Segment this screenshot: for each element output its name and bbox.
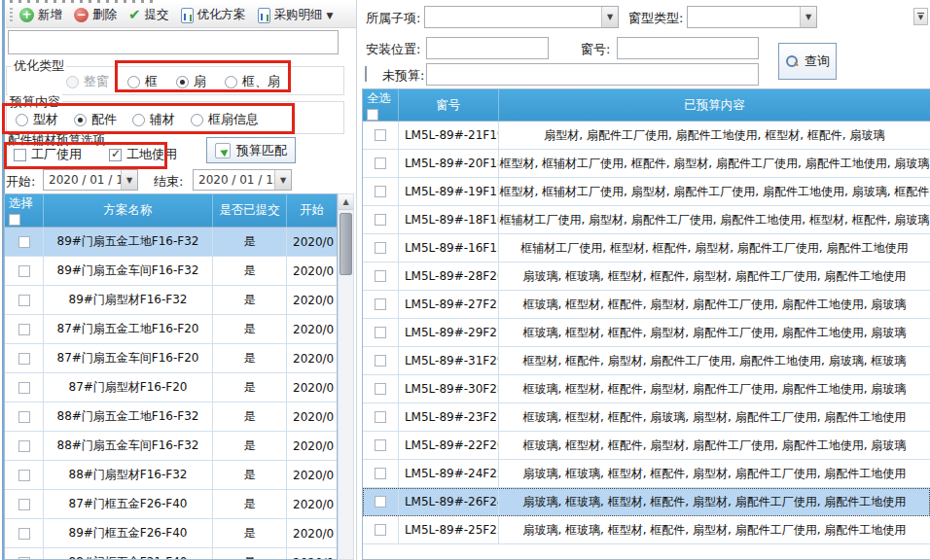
- radio-option-扇[interactable]: 扇: [176, 73, 206, 90]
- date-end-picker[interactable]: 2020 / 01 / 13 ▼: [193, 169, 292, 191]
- row-checkbox[interactable]: [18, 236, 30, 248]
- budget-match-button[interactable]: 预算匹配: [206, 137, 296, 163]
- row-checkbox[interactable]: [375, 496, 386, 508]
- window-table-row[interactable]: LM5L-89#-29F27框玻璃, 框型材, 框配件, 扇型材, 扇配件工厂使…: [363, 319, 930, 347]
- row-checkbox[interactable]: [375, 355, 386, 367]
- plan-table-row[interactable]: 87#门框五金F26-F40是2020/0: [5, 490, 337, 519]
- row-checkbox[interactable]: [18, 265, 30, 277]
- plan-name-header[interactable]: 方案名称: [44, 194, 213, 227]
- row-checkbox[interactable]: [375, 214, 386, 226]
- radio-icon[interactable]: [225, 76, 237, 88]
- row-checkbox[interactable]: [375, 270, 386, 282]
- window-table-row[interactable]: LM5L-89#-27F25框玻璃, 框型材, 框配件, 扇型材, 扇配件工厂使…: [363, 291, 930, 319]
- radio-icon[interactable]: [74, 114, 87, 126]
- delete-button[interactable]: − 删除: [74, 7, 117, 23]
- window-type-select[interactable]: ▼: [687, 6, 817, 28]
- radio-icon[interactable]: [191, 114, 203, 126]
- chevron-down-icon[interactable]: ▼: [800, 7, 816, 27]
- row-checkbox[interactable]: [375, 383, 386, 395]
- window-table-row[interactable]: LM5L-89#-28F26扇玻璃, 框玻璃, 框型材, 框配件, 扇型材, 扇…: [363, 262, 930, 291]
- no-budget-input[interactable]: [426, 63, 759, 86]
- radio-icon[interactable]: [176, 76, 189, 88]
- plan-table-row[interactable]: 87#门扇五金车间F16-F20是2020/0: [5, 344, 337, 373]
- window-table-row[interactable]: LM5L-89#-31F29框型材, 框配件, 扇型材, 扇配件工厂使用, 扇配…: [363, 347, 930, 375]
- window-no-header[interactable]: 窗号: [399, 89, 499, 121]
- row-checkbox[interactable]: [375, 242, 386, 254]
- plan-table-row[interactable]: 88#门扇型材F16-F32是2020/0: [5, 461, 337, 490]
- checkbox-option-工地使用[interactable]: 工地使用: [109, 146, 177, 163]
- row-checkbox[interactable]: [375, 327, 386, 338]
- radio-icon[interactable]: [66, 76, 79, 88]
- row-checkbox[interactable]: [18, 470, 30, 481]
- window-table-row[interactable]: LM5L-89#-26F24扇玻璃, 框玻璃, 框型材, 框配件, 扇型材, 扇…: [363, 488, 930, 516]
- query-button[interactable]: 查询: [778, 43, 837, 80]
- row-checkbox[interactable]: [18, 353, 30, 365]
- window-table-row[interactable]: LM5L-89#-20F18框型材, 框辅材工厂使用, 框配件, 扇型材, 扇配…: [363, 150, 930, 178]
- plan-table-row[interactable]: 89#门扇五金工地F16-F32是2020/0: [5, 228, 337, 257]
- window-table-row[interactable]: LM5L-89#-24F22扇玻璃, 框玻璃, 框型材, 框配件, 扇型材, 扇…: [363, 460, 930, 488]
- scroll-up-arrow-icon[interactable]: ▲: [339, 194, 353, 210]
- install-position-input[interactable]: [426, 37, 549, 59]
- sub-item-select[interactable]: ▼: [424, 6, 619, 28]
- window-table-row[interactable]: LM5L-89#-16F15框辅材工厂使用, 框型材, 框配件, 扇型材, 扇配…: [363, 234, 930, 262]
- window-no-input[interactable]: [617, 37, 759, 59]
- window-table-row[interactable]: LM5L-89#-22F20框玻璃, 框型材, 框配件, 扇型材, 扇配件工厂使…: [363, 432, 930, 460]
- chevron-down-icon[interactable]: ▼: [274, 170, 291, 190]
- row-checkbox[interactable]: [18, 499, 30, 510]
- add-button[interactable]: + 新增: [19, 7, 62, 23]
- plan-table-row[interactable]: 87#门扇五金工地F16-F20是2020/0: [5, 315, 337, 344]
- window-table-row[interactable]: LM5L-89#-25F23扇玻璃, 框玻璃, 框型材, 框配件, 扇型材, 扇…: [363, 516, 930, 544]
- radio-icon[interactable]: [127, 76, 140, 88]
- plan-start-header[interactable]: 开始: [287, 194, 337, 227]
- radio-option-型材[interactable]: 型材: [16, 111, 58, 128]
- row-checkbox[interactable]: [18, 295, 30, 306]
- plan-table-row[interactable]: 88#门框五金F21-F40是2020/0: [5, 548, 337, 560]
- row-checkbox[interactable]: [18, 557, 30, 560]
- row-checkbox[interactable]: [375, 411, 386, 423]
- radio-option-整窗[interactable]: 整窗: [66, 73, 109, 90]
- row-checkbox[interactable]: [18, 324, 30, 335]
- row-checkbox[interactable]: [375, 468, 386, 479]
- plan-table-row[interactable]: 89#门扇型材F16-F32是2020/0: [5, 286, 337, 315]
- row-checkbox[interactable]: [375, 186, 386, 197]
- select-all-checkbox[interactable]: [367, 109, 378, 121]
- radio-option-配件[interactable]: 配件: [74, 111, 117, 128]
- submit-button[interactable]: ✔ 提交: [128, 7, 169, 23]
- scrollbar-thumb[interactable]: [340, 213, 352, 275]
- optimize-plan-button[interactable]: 优化方案: [181, 7, 246, 23]
- row-checkbox[interactable]: [18, 382, 30, 394]
- window-table-row[interactable]: LM5L-89#-23F21框玻璃, 框型材, 框配件, 扇玻璃, 扇型材, 扇…: [363, 403, 930, 432]
- plan-table-scrollbar[interactable]: ▲: [338, 193, 354, 560]
- row-checkbox[interactable]: [375, 129, 386, 141]
- chevron-down-icon[interactable]: ▼: [601, 7, 618, 27]
- window-table-row[interactable]: LM5L-89#-19F17框型材, 框辅材工厂使用, 扇型材, 扇配件工厂使用…: [363, 178, 930, 206]
- row-checkbox[interactable]: [375, 298, 386, 310]
- radio-option-框、扇[interactable]: 框、扇: [225, 73, 280, 90]
- toolbar-overflow-button[interactable]: ▼: [913, 8, 928, 25]
- row-checkbox[interactable]: [18, 440, 30, 452]
- window-table-row[interactable]: LM5L-89#-21F19扇型材, 扇配件工厂使用, 扇配件工地使用, 框型材…: [363, 122, 930, 150]
- row-checkbox[interactable]: [18, 411, 30, 423]
- row-checkbox[interactable]: [375, 439, 386, 451]
- checkbox-icon[interactable]: [109, 149, 122, 161]
- plan-table-row[interactable]: 88#门扇五金工地F16-F32是2020/0: [5, 402, 337, 432]
- radio-option-框[interactable]: 框: [127, 73, 158, 90]
- window-table-row[interactable]: LM5L-89#-30F28框玻璃, 框型材, 框配件, 扇型材, 扇配件工厂使…: [363, 375, 930, 403]
- budgeted-content-header[interactable]: 已预算内容: [499, 89, 930, 121]
- row-checkbox[interactable]: [375, 158, 386, 169]
- plan-table-row[interactable]: 89#门框五金F26-F40是2020/0: [5, 519, 337, 548]
- radio-option-辅材[interactable]: 辅材: [132, 111, 175, 128]
- row-checkbox[interactable]: [375, 524, 386, 536]
- checkbox-option-工厂使用[interactable]: 工厂使用: [14, 146, 82, 163]
- no-budget-checkbox[interactable]: [365, 66, 367, 82]
- plan-table-row[interactable]: 89#门扇五金车间F16-F32是2020/0: [5, 257, 337, 286]
- radio-icon[interactable]: [132, 114, 145, 126]
- checkbox-icon[interactable]: [14, 149, 26, 161]
- radio-option-框扇信息[interactable]: 框扇信息: [191, 111, 259, 128]
- chevron-down-icon[interactable]: ▼: [121, 170, 137, 190]
- select-all-checkbox[interactable]: [9, 214, 20, 226]
- purchase-detail-button[interactable]: 采购明细 ▼: [258, 7, 334, 23]
- plan-submitted-header[interactable]: 是否已提交: [213, 194, 287, 227]
- date-start-picker[interactable]: 2020 / 01 / 1 ▼: [43, 169, 138, 191]
- plan-table-row[interactable]: 88#门扇五金车间F16-F32是2020/0: [5, 432, 337, 461]
